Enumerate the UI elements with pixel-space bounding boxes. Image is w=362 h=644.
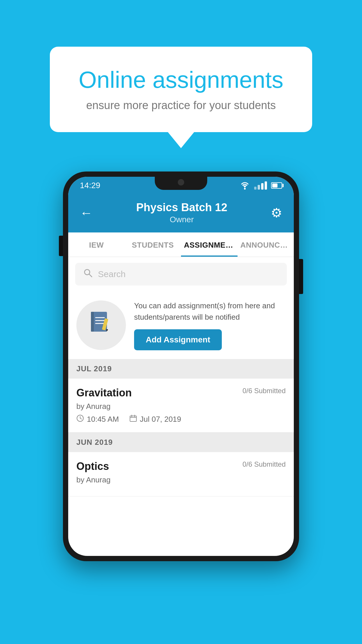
tab-announcements[interactable]: ANNOUNCEM… <box>238 232 294 257</box>
svg-marker-0 <box>243 186 247 188</box>
tab-iew[interactable]: IEW <box>68 232 125 257</box>
assignment-top-row-optics: Optics 0/6 Submitted <box>76 460 286 473</box>
search-bar[interactable]: Search <box>75 263 287 286</box>
status-icons <box>240 181 282 190</box>
clock-icon <box>76 414 84 424</box>
header-center: Physics Batch 12 Owner <box>136 201 227 224</box>
signal-icon <box>254 181 267 190</box>
assignment-top-row: Gravitation 0/6 Submitted <box>76 387 286 399</box>
wifi-icon <box>240 181 250 190</box>
speech-bubble: Online assignments ensure more practice … <box>50 47 312 132</box>
speech-bubble-title: Online assignments <box>73 67 289 93</box>
svg-rect-14 <box>130 416 136 421</box>
phone-screen: 14:29 <box>68 177 294 556</box>
assignment-item-optics[interactable]: Optics 0/6 Submitted by Anurag <box>68 452 294 496</box>
speech-bubble-subtitle: ensure more practice for your students <box>73 99 289 112</box>
header-subtitle: Owner <box>136 215 227 224</box>
section-jun-2019: JUN 2019 <box>68 433 294 452</box>
status-time: 14:29 <box>80 181 100 190</box>
assignment-item-gravitation[interactable]: Gravitation 0/6 Submitted by Anurag <box>68 379 294 433</box>
speech-bubble-arrow <box>168 132 194 148</box>
svg-rect-5 <box>91 312 94 332</box>
phone-frame: 14:29 <box>63 172 299 561</box>
assignment-title-gravitation: Gravitation <box>76 387 132 399</box>
phone-camera <box>178 179 184 186</box>
meta-time: 10:45 AM <box>76 414 119 424</box>
promo-card: You can add assignment(s) from here and … <box>68 291 294 359</box>
tabs-bar: IEW STUDENTS ASSIGNMENTS ANNOUNCEM… <box>68 232 294 257</box>
assignment-meta-gravitation: 10:45 AM Jul 07, 2019 <box>76 414 286 424</box>
assignment-submitted-optics: 0/6 Submitted <box>242 460 286 468</box>
assignment-author-gravitation: by Anurag <box>76 402 286 411</box>
meta-date: Jul 07, 2019 <box>129 414 181 424</box>
phone-wrapper: 14:29 <box>63 172 299 561</box>
assignment-author-optics: by Anurag <box>76 475 286 484</box>
section-jul-2019: JUL 2019 <box>68 359 294 379</box>
speech-bubble-container: Online assignments ensure more practice … <box>50 47 312 148</box>
svg-point-1 <box>244 188 246 190</box>
back-button[interactable]: ← <box>80 206 93 220</box>
app-header: ← Physics Batch 12 Owner ⚙ <box>68 194 294 232</box>
svg-line-13 <box>80 418 82 419</box>
svg-line-3 <box>89 274 92 277</box>
promo-content: You can add assignment(s) from here and … <box>134 300 286 350</box>
assignment-date-gravitation: Jul 07, 2019 <box>140 415 181 424</box>
search-icon <box>83 268 93 280</box>
promo-text: You can add assignment(s) from here and … <box>134 300 286 323</box>
notebook-icon <box>88 309 114 341</box>
phone-side-button-right <box>299 259 303 294</box>
phone-side-button-left <box>59 236 63 256</box>
gear-icon[interactable]: ⚙ <box>271 205 282 220</box>
add-assignment-button[interactable]: Add Assignment <box>134 329 222 350</box>
search-container: Search <box>68 257 294 291</box>
assignment-submitted-gravitation: 0/6 Submitted <box>242 387 286 395</box>
battery-icon <box>271 182 282 189</box>
phone-notch <box>155 177 207 190</box>
promo-icon-circle <box>76 300 126 350</box>
calendar-icon <box>129 414 137 424</box>
assignment-time-gravitation: 10:45 AM <box>87 415 119 424</box>
header-title: Physics Batch 12 <box>136 201 227 214</box>
assignment-title-optics: Optics <box>76 460 109 473</box>
search-placeholder: Search <box>98 269 126 279</box>
tab-assignments[interactable]: ASSIGNMENTS <box>181 232 238 257</box>
tab-students[interactable]: STUDENTS <box>125 232 181 257</box>
